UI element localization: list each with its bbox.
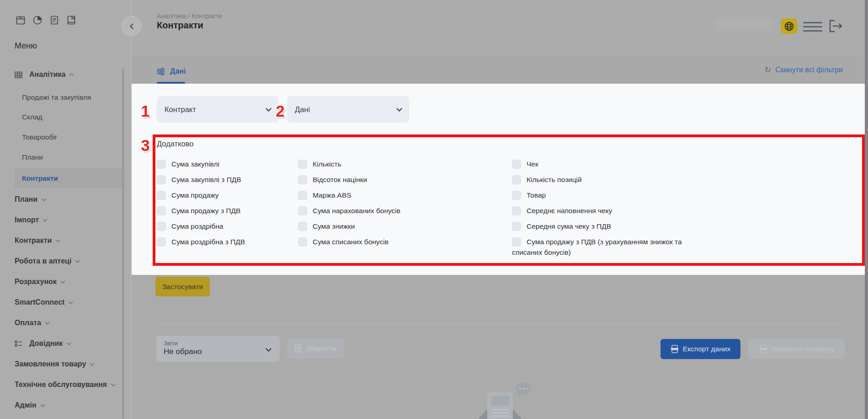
reset-all-filters-link[interactable]: ↻ Скинути всі фільтри [764, 66, 843, 74]
xlsx-file-icon [671, 345, 679, 353]
hamburger-menu-button[interactable] [803, 22, 822, 32]
checkbox[interactable] [298, 175, 307, 184]
sidebar-section-directory[interactable]: Довідник [15, 339, 70, 348]
chevron-down-icon [43, 217, 48, 221]
sidebar-section-goods-order[interactable]: Замовлення товару [15, 360, 94, 369]
sidebar-section-import[interactable]: Імпорт [15, 215, 47, 225]
xlsx-file-icon [759, 345, 767, 353]
checkbox-item[interactable]: Середня сума чеку з ПДВ [512, 219, 862, 234]
tab-data[interactable]: Дані [157, 67, 186, 75]
sidebar-item-plans[interactable]: Плани [22, 153, 43, 162]
checkbox-label: Середня сума чеку з ПДВ [527, 222, 611, 230]
archive-icon[interactable] [15, 15, 26, 26]
checkbox-item[interactable]: Сума закупівлі з ПДВ [157, 172, 298, 188]
checkbox-item[interactable]: Сума закупівлі [157, 156, 298, 172]
sidebar-section-payment[interactable]: Оплата [15, 318, 49, 328]
chevron-down-icon [60, 279, 65, 283]
checkbox-label: Маржа ABS [313, 191, 351, 199]
export-data-button[interactable]: Експорт даних [660, 339, 740, 359]
checkbox-label: Сума списаних бонусів [313, 238, 389, 246]
checkbox[interactable] [298, 206, 307, 215]
data-dropdown[interactable]: Дані [287, 96, 409, 123]
chevron-down-icon [42, 196, 46, 201]
checkbox-item[interactable]: Сума роздрібна з ПДВ [157, 234, 298, 258]
checkbox-item[interactable]: Кількість [298, 156, 512, 172]
checkbox[interactable] [157, 206, 166, 215]
checkbox[interactable] [512, 175, 521, 184]
checkbox-item[interactable]: Чек [512, 156, 862, 172]
checkbox[interactable] [157, 237, 166, 247]
sidebar-section-contracts[interactable]: Контракти [15, 236, 59, 245]
checkbox[interactable] [512, 160, 521, 169]
sidebar-item-sales-purchase[interactable]: Продажі та закупівля [22, 93, 91, 102]
sidebar-item-contracts-active[interactable]: Контракти [15, 168, 122, 188]
checkbox[interactable] [512, 206, 521, 215]
chevron-down-icon [45, 320, 49, 324]
sidebar-section-smartconnect[interactable]: SmartConnect [15, 298, 72, 307]
checkbox-item[interactable]: Товар [512, 188, 862, 203]
apply-button[interactable]: Застосувати [155, 277, 210, 296]
sidebar-quick-icons [15, 15, 77, 26]
list-icon [15, 340, 22, 347]
sidebar-section-maintenance[interactable]: Технічне обслуговування [15, 380, 115, 389]
export-summary-label: Зведення експорту [772, 345, 834, 353]
chevron-down-icon [396, 106, 402, 112]
chevron-down-icon [111, 381, 115, 386]
checkbox-item[interactable]: Сума нарахованих бонусів [298, 203, 512, 219]
checkbox[interactable] [298, 222, 307, 231]
printer-page-illustration [487, 392, 513, 419]
logout-button[interactable] [828, 19, 844, 33]
pie-chart-icon[interactable] [32, 15, 43, 26]
book-icon[interactable] [66, 15, 77, 26]
sidebar-section-pharmacy-work[interactable]: Робота в аптеці [15, 257, 79, 266]
checkbox-item[interactable]: Відсоток націнки [298, 172, 512, 188]
checkbox-item[interactable]: Сума роздрібна [157, 219, 298, 234]
checkbox[interactable] [157, 191, 166, 200]
page-scrollbar[interactable] [865, 0, 868, 419]
export-summary-button[interactable]: Зведення експорту [748, 339, 845, 359]
tab-bar: Дані ↻ Скинути всі фільтри [132, 54, 865, 84]
reports-select[interactable]: Звіти Не обрано [156, 336, 280, 362]
sidebar-item-warehouse[interactable]: Склад [22, 113, 43, 122]
checkbox-item[interactable]: Сума продажу [157, 188, 298, 203]
sidebar-section-plans[interactable]: Плани [15, 195, 45, 204]
checkbox[interactable] [298, 191, 307, 200]
checkbox[interactable] [157, 222, 166, 231]
checkbox[interactable] [157, 160, 166, 169]
logout-icon [828, 19, 844, 33]
checkbox-label: Кількість [313, 160, 341, 168]
checkbox[interactable] [512, 222, 521, 231]
chevron-down-icon [75, 258, 80, 263]
sidebar-collapse-button[interactable] [122, 16, 142, 36]
contract-dropdown[interactable]: Контракт [157, 96, 278, 123]
checkbox-item[interactable]: Сума знижки [298, 219, 512, 234]
checkbox[interactable] [298, 237, 307, 247]
checkbox-item[interactable]: Маржа ABS [298, 188, 512, 203]
checkbox[interactable] [157, 175, 166, 184]
typing-bubble-icon[interactable] [516, 382, 531, 394]
contract-dropdown-value: Контракт [165, 105, 196, 114]
checkbox-item[interactable]: Сума продажу з ПДВ (з урахуванням знижок… [512, 234, 706, 258]
checkbox-item[interactable]: Сума продажу з ПДВ [157, 203, 298, 219]
checkbox-label: Сума нарахованих бонусів [313, 207, 400, 215]
language-globe-button[interactable] [781, 18, 797, 34]
checkbox-label: Товар [527, 191, 546, 199]
sidebar-item-turnover[interactable]: Товарообіг [22, 133, 57, 142]
sidebar-section-analytics[interactable]: Аналітика [15, 70, 73, 79]
filters-panel: Контракт Дані 1 2 3 Додатково Сума закуп… [132, 84, 865, 275]
checkbox[interactable] [512, 191, 521, 200]
document-icon[interactable] [49, 15, 60, 26]
checkbox-item[interactable]: Кількість позицій [512, 172, 862, 188]
checkbox-item[interactable]: Сума списаних бонусів [298, 234, 512, 258]
annotation-2: 2 [273, 103, 287, 119]
save-button[interactable]: Зберегти [287, 338, 344, 359]
checkbox-item[interactable]: Середнє наповнення чеку [512, 203, 862, 219]
sidebar-scrollbar[interactable] [122, 69, 124, 419]
sidebar-section-calculation[interactable]: Розрахунок [15, 277, 64, 286]
sidebar-section-admin[interactable]: Адмін [15, 401, 44, 410]
checkbox[interactable] [512, 237, 521, 247]
additional-title: Додатково [157, 139, 862, 148]
breadcrumb: Аналітика / Контракти [157, 12, 222, 20]
checkbox-label: Сума продажу з ПДВ [171, 207, 240, 215]
checkbox[interactable] [298, 160, 307, 169]
